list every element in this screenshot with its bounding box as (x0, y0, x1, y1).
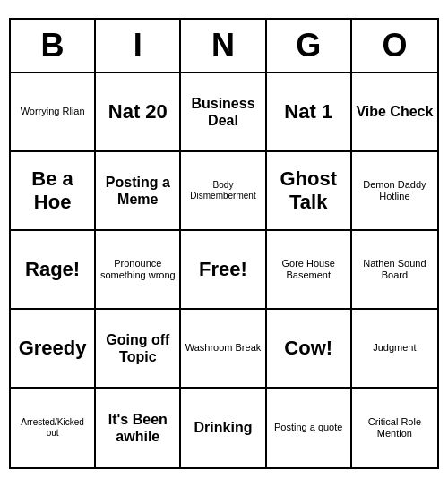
header-letter: O (352, 20, 437, 72)
bingo-cell: Ghost Talk (267, 152, 352, 231)
cell-text: Demon Daddy Hotline (356, 179, 434, 202)
bingo-cell: Rage! (11, 231, 96, 310)
cell-text: Worrying Rlian (21, 106, 85, 117)
cell-text: Critical Role Mention (356, 416, 434, 440)
bingo-cell: Going off Topic (96, 310, 181, 389)
bingo-header: BINGO (11, 20, 437, 73)
cell-text: Nathen Sound Board (356, 258, 434, 281)
cell-text: Rage! (25, 258, 80, 281)
bingo-cell: Body Dismemberment (181, 152, 266, 231)
header-letter: G (267, 20, 352, 72)
cell-text: Going off Topic (99, 331, 176, 365)
cell-text: Greedy (19, 337, 87, 360)
cell-text: Nat 1 (284, 100, 332, 124)
bingo-cell: Arrested/Kicked out (11, 389, 96, 467)
bingo-cell: Cow! (267, 310, 352, 389)
bingo-cell: Washroom Break (181, 310, 266, 389)
bingo-cell: Vibe Check (352, 73, 437, 152)
cell-text: Cow! (284, 337, 332, 360)
bingo-cell: Demon Daddy Hotline (352, 152, 437, 231)
cell-text: Free! (199, 258, 247, 281)
cell-text: Arrested/Kicked out (14, 417, 90, 439)
bingo-cell: Critical Role Mention (352, 389, 437, 467)
bingo-cell: Free! (181, 231, 266, 310)
bingo-cell: Worrying Rlian (11, 73, 96, 152)
header-letter: I (96, 20, 181, 72)
cell-text: It's Been awhile (99, 411, 176, 445)
bingo-cell: Greedy (11, 310, 96, 389)
bingo-cell: Pronounce something wrong (96, 231, 181, 310)
cell-text: Drinking (194, 419, 253, 436)
cell-text: Pronounce something wrong (99, 258, 176, 281)
cell-text: Gore House Basement (271, 258, 347, 281)
cell-text: Posting a quote (274, 422, 342, 433)
cell-text: Washroom Break (185, 342, 262, 354)
cell-text: Vibe Check (356, 103, 433, 120)
bingo-cell: Posting a Meme (96, 152, 181, 231)
bingo-cell: It's Been awhile (96, 389, 181, 467)
bingo-cell: Be a Hoe (11, 152, 96, 231)
cell-text: Body Dismemberment (185, 180, 261, 201)
bingo-cell: Judgment (352, 310, 437, 389)
cell-text: Be a Hoe (14, 167, 90, 215)
bingo-cell: Nat 20 (96, 73, 181, 152)
bingo-cell: Nathen Sound Board (352, 231, 437, 310)
bingo-cell: Gore House Basement (267, 231, 352, 310)
bingo-grid: Worrying RlianNat 20Business DealNat 1Vi… (11, 73, 437, 467)
bingo-card: BINGO Worrying RlianNat 20Business DealN… (9, 18, 439, 469)
cell-text: Ghost Talk (271, 167, 347, 215)
cell-text: Judgment (373, 342, 416, 354)
header-letter: N (181, 20, 266, 72)
bingo-cell: Business Deal (181, 73, 266, 152)
header-letter: B (11, 20, 96, 72)
bingo-cell: Nat 1 (267, 73, 352, 152)
cell-text: Posting a Meme (99, 174, 176, 208)
cell-text: Business Deal (185, 95, 261, 129)
cell-text: Nat 20 (108, 100, 168, 124)
bingo-cell: Drinking (181, 389, 266, 467)
bingo-cell: Posting a quote (267, 389, 352, 467)
